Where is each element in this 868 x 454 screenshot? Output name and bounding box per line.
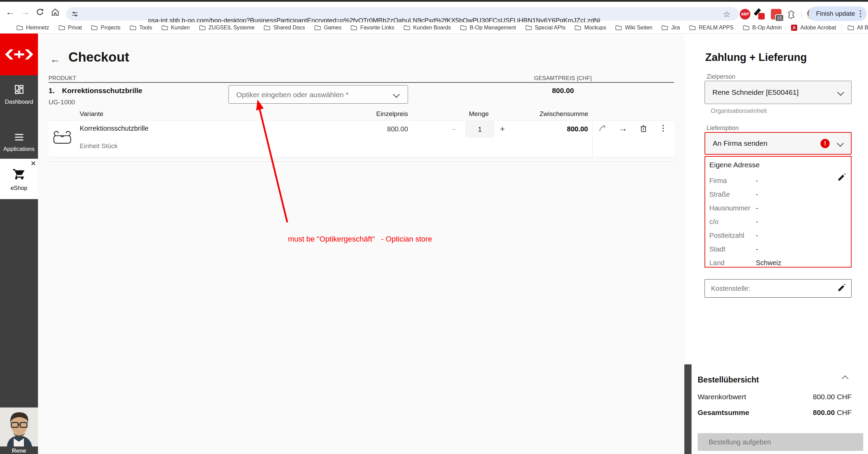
bookmark-adobe[interactable]: A Adobe Acrobat — [791, 25, 836, 31]
folder-icon — [58, 25, 65, 30]
sidebar-item-applications[interactable]: Applications — [0, 133, 38, 153]
all-bookmarks[interactable]: All Bookmarks — [847, 25, 868, 31]
bookmark-folder[interactable]: Favorite Links — [351, 25, 394, 31]
browser-menu-icon[interactable] — [860, 10, 861, 12]
row-unit: Einheit Stück — [80, 142, 118, 150]
bookmark-folder[interactable]: ZUGSEIL Systeme — [199, 25, 255, 31]
table-header-variante: Variante — [80, 110, 103, 118]
quantity-input[interactable]: 1 — [465, 121, 494, 138]
bookmark-folder[interactable]: Games — [314, 25, 342, 31]
site-settings-icon[interactable] — [71, 11, 78, 17]
column-header-total: GESAMTPREIS [CHF] — [527, 75, 599, 81]
delete-item-button[interactable] — [637, 122, 649, 134]
folder-icon — [615, 25, 622, 30]
place-order-button[interactable]: Bestellung aufgeben — [698, 433, 863, 451]
row-menu-button[interactable] — [657, 122, 669, 134]
folder-icon — [199, 25, 206, 30]
optician-dropdown[interactable] — [228, 85, 408, 104]
annotation-text: must be "Optikergeschäft" - Optician sto… — [288, 235, 432, 244]
bookmark-label: Heimnetz — [26, 25, 49, 31]
edit-address-icon[interactable] — [837, 173, 846, 182]
bookmark-folder[interactable]: Heimnetz — [16, 25, 49, 31]
quantity-decrease-button[interactable]: − — [451, 125, 456, 134]
url-bar[interactable]: psa-int.sbb.b-op.com/bop-desktop?Busines… — [66, 7, 739, 21]
sidebar-item-label: eShop — [0, 185, 38, 192]
back-icon[interactable]: ← — [5, 8, 15, 17]
extension-badge-count: 15 — [775, 14, 784, 22]
back-button[interactable]: ← — [50, 53, 60, 65]
grand-total-label: Gesamtsumme — [698, 408, 749, 417]
kostenstelle-field[interactable]: Kostenstelle: — [705, 279, 852, 298]
folder-icon — [460, 25, 466, 30]
bookmark-folder[interactable]: Shared Docs — [264, 25, 305, 31]
address-row: Stadt - — [709, 242, 832, 256]
sidebar-item-label: Applications — [0, 146, 38, 153]
address-row: Hausnummer - — [709, 201, 832, 215]
bookmark-folder[interactable]: B-Op Management — [460, 25, 516, 31]
move-item-button[interactable]: → — [617, 122, 629, 134]
bookmark-label: Projects — [101, 25, 120, 31]
bookmark-label: Shared Docs — [273, 25, 305, 31]
folder-icon — [689, 25, 696, 30]
adblock-extension-icon[interactable]: ABP — [740, 9, 750, 20]
kostenstelle-label: Kostenstelle: — [711, 285, 750, 293]
folder-icon — [130, 25, 136, 30]
address-row-label: Land — [709, 259, 756, 267]
colorpicker-extension-icon[interactable] — [755, 9, 766, 19]
bookmark-folder[interactable]: Special APIs — [525, 25, 566, 31]
error-icon: ! — [820, 139, 830, 148]
bookmark-label: B-Op Admin — [752, 25, 782, 31]
panel-scrollbar[interactable] — [684, 364, 692, 454]
sbb-logo[interactable] — [0, 34, 38, 75]
dashboard-icon — [14, 84, 24, 94]
lieferoption-select[interactable]: An Firma senden ! — [705, 132, 852, 155]
bookmark-folder[interactable]: Tools — [130, 25, 152, 31]
row-unit-price: 800.00 — [356, 125, 408, 133]
optician-input[interactable] — [236, 86, 387, 104]
forward-icon[interactable]: → — [21, 8, 30, 17]
column-header-product: PRODUKT — [49, 75, 76, 81]
folder-icon — [404, 25, 410, 30]
refresh-icon[interactable] — [36, 8, 44, 17]
extension-badge-icon[interactable]: 15 — [771, 9, 781, 20]
bookmark-folder[interactable]: Wiki Seiten — [615, 25, 652, 31]
bookmark-folder[interactable]: Projects — [91, 25, 120, 31]
bookmark-folder[interactable]: Kunden — [161, 25, 190, 31]
row-variant-name: Korrektionsschutzbrille — [80, 125, 148, 132]
address-row: c/o - — [709, 215, 832, 229]
grand-total-row: Gesamtsumme 800.00 CHF — [698, 408, 852, 417]
bookmark-label: ZUGSEIL Systeme — [209, 25, 255, 31]
quantity-increase-button[interactable]: + — [500, 124, 505, 134]
bookmark-folder[interactable]: B-Op Admin — [743, 25, 782, 31]
folder-icon — [16, 25, 23, 30]
order-summary-title: Bestellübersicht — [698, 375, 759, 385]
bookmark-folder[interactable]: Jira — [661, 25, 680, 31]
user-photo[interactable] — [0, 407, 38, 446]
all-bookmarks-label: All Bookmarks — [857, 25, 868, 31]
bookmark-star-icon[interactable]: ☆ — [723, 9, 731, 19]
address-rows: Firma - Straße - Hausnummer - c/o - Post… — [709, 174, 832, 270]
finish-update-label: Finish update — [816, 10, 855, 17]
close-icon[interactable]: × — [31, 159, 36, 168]
bookmark-folder[interactable]: Kunden Boards — [404, 25, 451, 31]
bookmark-label: Special APIs — [535, 25, 566, 31]
extensions-puzzle-icon[interactable] — [787, 9, 796, 19]
bookmark-folder[interactable]: Mockups — [575, 25, 606, 31]
cart-value-amount: 800.00 CHF — [813, 393, 852, 401]
finish-update-button[interactable]: Finish update — [808, 7, 867, 21]
split-position-button[interactable] — [597, 122, 609, 134]
folder-icon — [661, 25, 668, 30]
address-row-label: Postleitzahl — [709, 232, 756, 239]
bookmark-label: Wiki Seiten — [625, 25, 652, 31]
product-index: 1. — [49, 87, 55, 94]
address-row-label: Straße — [709, 191, 756, 198]
bookmark-folder[interactable]: REALM APPS — [689, 25, 733, 31]
sidebar-item-dashboard[interactable]: Dashboard — [0, 84, 38, 105]
sidebar-item-eshop-active[interactable]: × eShop — [0, 159, 38, 199]
address-title: Eigene Adresse — [709, 161, 760, 169]
edit-kostenstelle-icon[interactable] — [837, 283, 846, 292]
home-icon[interactable] — [51, 8, 60, 17]
address-row: Straße - — [709, 187, 832, 201]
bookmark-folder[interactable]: Privat — [58, 25, 82, 31]
zielperson-select[interactable]: Rene Schneider [E500461] — [705, 81, 852, 104]
